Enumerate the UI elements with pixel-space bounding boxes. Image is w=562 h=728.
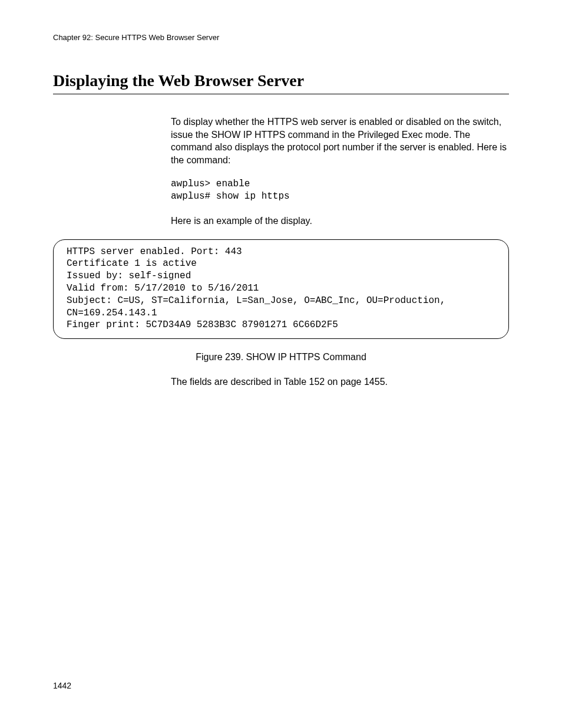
figure-caption: Figure 239. SHOW IP HTTPS Command bbox=[53, 352, 509, 363]
terminal-output-box: HTTPS server enabled. Port: 443 Certific… bbox=[53, 239, 509, 340]
fields-reference: The fields are described in Table 152 on… bbox=[171, 375, 509, 388]
command-block: awplus> enable awplus# show ip https bbox=[171, 178, 509, 203]
chapter-header: Chapter 92: Secure HTTPS Web Browser Ser… bbox=[53, 33, 509, 42]
page-number: 1442 bbox=[53, 681, 71, 690]
example-lead: Here is an example of the display. bbox=[171, 215, 509, 228]
section-title: Displaying the Web Browser Server bbox=[53, 71, 509, 94]
intro-paragraph: To display whether the HTTPS web server … bbox=[171, 116, 509, 166]
